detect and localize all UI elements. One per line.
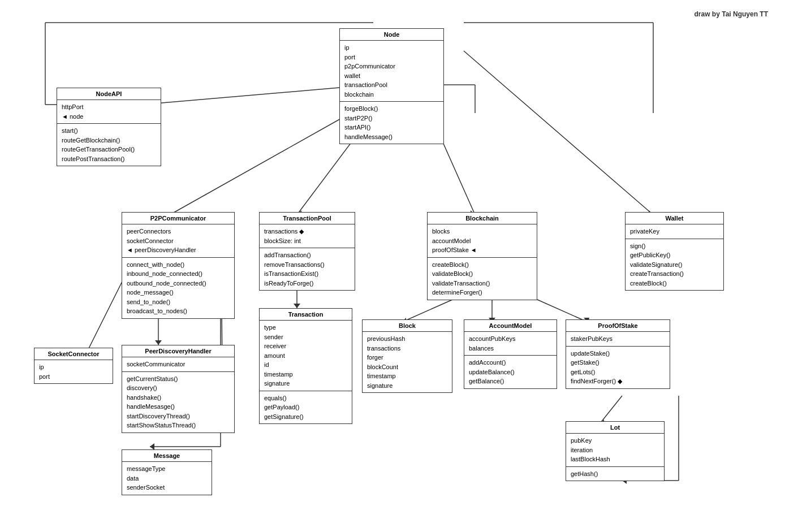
class-lot: Lot pubKey iteration lastBlockHash getHa… xyxy=(566,421,665,481)
class-node-title: Node xyxy=(340,29,443,41)
class-transactionpool-title: TransactionPool xyxy=(260,213,355,224)
class-socketconnector-title: SocketConnector xyxy=(34,348,113,360)
class-peerdiscoveryhandler-methods: getCurrentStatus() discovery() handshake… xyxy=(122,372,234,432)
class-blockchain-title: Blockchain xyxy=(428,213,537,224)
class-wallet: Wallet privateKey sign() getPublicKey() … xyxy=(625,212,724,291)
class-nodeapi: NodeAPI httpPort ◄ node start() routeGet… xyxy=(57,88,161,166)
class-block: Block previousHash transactions forger b… xyxy=(362,319,452,393)
class-proofofstake-title: ProofOfStake xyxy=(566,320,670,332)
class-transaction: Transaction type sender receiver amount … xyxy=(259,308,352,424)
watermark: draw by Tai Nguyen TT xyxy=(695,10,768,18)
svg-line-30 xyxy=(537,300,588,322)
class-node: Node ip port p2pCommunicator wallet tran… xyxy=(339,28,444,144)
svg-marker-20 xyxy=(155,340,162,345)
class-transaction-title: Transaction xyxy=(260,309,352,321)
class-blockchain: Blockchain blocks accountModel proofOfSt… xyxy=(427,212,537,300)
class-peerdiscoveryhandler: PeerDiscoveryHandler socketCommunicator … xyxy=(122,345,235,433)
class-message: Message messageType data senderSocket xyxy=(122,449,212,495)
class-proofofstake-attributes: stakerPubKeys xyxy=(566,332,670,347)
class-blockchain-attributes: blocks accountModel proofOfStake ◄ xyxy=(428,224,537,258)
svg-line-26 xyxy=(402,300,452,322)
class-accountmodel: AccountModel accountPubKeys balances add… xyxy=(464,319,557,389)
class-blockchain-methods: createBlock() validateBlock() validateTr… xyxy=(428,258,537,300)
class-p2pcommunicator-methods: connect_with_node() inbound_node_connect… xyxy=(122,258,234,318)
class-accountmodel-attributes: accountPubKeys balances xyxy=(464,332,557,356)
class-peerdiscoveryhandler-attributes: socketCommunicator xyxy=(122,357,234,372)
class-block-title: Block xyxy=(363,320,452,332)
class-proofofstake-methods: updateStake() getStake() getLots() findN… xyxy=(566,347,670,388)
class-transactionpool-methods: addTransaction() removeTransactions() is… xyxy=(260,248,355,290)
svg-line-32 xyxy=(599,396,622,424)
class-nodeapi-methods: start() routeGetBlockchain() routeGetTra… xyxy=(57,124,161,166)
class-nodeapi-attributes: httpPort ◄ node xyxy=(57,100,161,124)
class-peerdiscoveryhandler-title: PeerDiscoveryHandler xyxy=(122,345,234,357)
class-p2pcommunicator-title: P2PCommunicator xyxy=(122,213,234,224)
class-message-attributes: messageType data senderSocket xyxy=(122,462,212,495)
class-wallet-methods: sign() getPublicKey() validateSignature(… xyxy=(626,239,723,291)
class-node-methods: forgeBlock() startP2P() startAPI() handl… xyxy=(340,102,443,144)
svg-line-2 xyxy=(170,113,351,215)
svg-line-18 xyxy=(88,277,124,351)
class-accountmodel-title: AccountModel xyxy=(464,320,557,332)
class-proofofstake: ProofOfStake stakerPubKeys updateStake()… xyxy=(566,319,670,389)
svg-marker-25 xyxy=(294,304,300,308)
class-socketconnector-attributes: ip port xyxy=(34,360,113,383)
class-node-attributes: ip port p2pCommunicator wallet transacti… xyxy=(340,41,443,102)
class-message-title: Message xyxy=(122,450,212,462)
class-accountmodel-methods: addAccount() updateBalance() getBalance(… xyxy=(464,356,557,388)
class-transaction-attributes: type sender receiver amount id timestamp… xyxy=(260,321,352,391)
class-lot-title: Lot xyxy=(566,422,664,434)
class-lot-methods: getHash() xyxy=(566,467,664,481)
class-wallet-attributes: privateKey xyxy=(626,224,723,239)
svg-line-0 xyxy=(141,88,339,105)
class-lot-attributes: pubKey iteration lastBlockHash xyxy=(566,434,664,467)
class-transaction-methods: equals() getPayload() getSignature() xyxy=(260,391,352,424)
class-socketconnector: SocketConnector ip port xyxy=(34,348,113,384)
class-transactionpool-attributes: transactions ◆ blockSize: int xyxy=(260,224,355,248)
class-p2pcommunicator-attributes: peerConnectors socketConnector ◄ peerDis… xyxy=(122,224,234,258)
class-p2pcommunicator: P2PCommunicator peerConnectors socketCon… xyxy=(122,212,235,319)
class-wallet-title: Wallet xyxy=(626,213,723,224)
class-transactionpool: TransactionPool transactions ◆ blockSize… xyxy=(259,212,355,291)
class-block-attributes: previousHash transactions forger blockCo… xyxy=(363,332,452,392)
class-nodeapi-title: NodeAPI xyxy=(57,88,161,100)
svg-line-7 xyxy=(464,51,653,215)
